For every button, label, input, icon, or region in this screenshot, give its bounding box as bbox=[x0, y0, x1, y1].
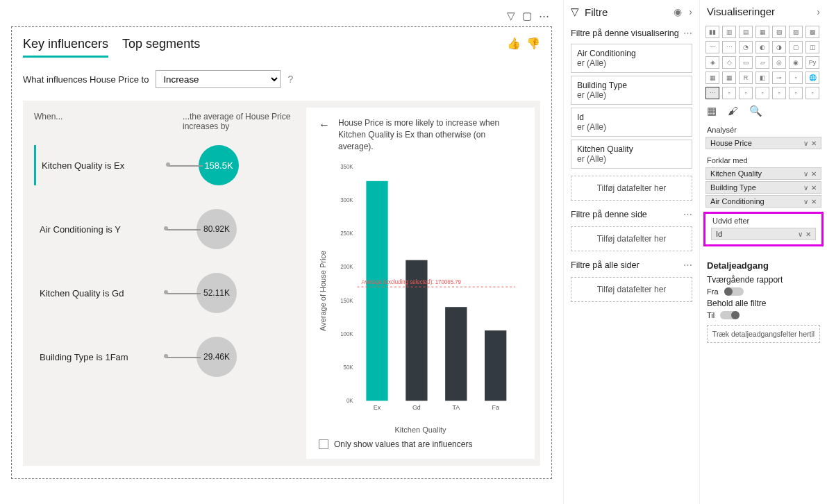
viz-type-icon[interactable]: ▢ bbox=[789, 41, 803, 53]
viz-type-icon[interactable]: ⋯ bbox=[705, 87, 719, 99]
viz-type-icon[interactable]: ◔ bbox=[739, 41, 753, 53]
section-more-icon[interactable]: ⋯ bbox=[683, 260, 692, 270]
visual-header-toolbar: ▽ ▢ ⋯ bbox=[4, 7, 559, 22]
viz-type-icon[interactable]: ▫ bbox=[789, 72, 803, 84]
influencer-bubble: 158.5K bbox=[199, 145, 239, 185]
fields-well-tab[interactable]: ▦ bbox=[707, 105, 717, 117]
viz-type-icon[interactable]: ◧ bbox=[755, 72, 769, 84]
more-options-icon[interactable]: ⋯ bbox=[539, 10, 549, 22]
thumbs-up-icon[interactable]: 👍 bbox=[507, 37, 521, 50]
viz-type-icon[interactable]: ⋯ bbox=[722, 41, 736, 53]
viz-type-icon[interactable]: ▨ bbox=[789, 26, 803, 38]
keep-filters-toggle[interactable]: Til bbox=[707, 311, 820, 319]
viz-type-icon[interactable]: ▫ bbox=[805, 87, 819, 99]
viz-type-icon[interactable]: 〰 bbox=[705, 41, 719, 53]
viz-type-icon[interactable]: ▫ bbox=[789, 87, 803, 99]
chevron-down-icon[interactable]: ∨ bbox=[803, 198, 808, 205]
toggle-switch[interactable] bbox=[720, 311, 740, 319]
viz-type-icon[interactable]: ▧ bbox=[772, 26, 786, 38]
viz-type-icon[interactable]: ▫ bbox=[739, 87, 753, 99]
influencer-row[interactable]: Kitchen Quality is Gd 52.11K bbox=[34, 273, 294, 313]
viz-type-icon[interactable]: ◎ bbox=[772, 56, 786, 69]
add-report-filter-drop[interactable]: Tilføj datafelter her bbox=[571, 277, 692, 302]
format-well-tab[interactable]: 🖌 bbox=[728, 105, 738, 117]
only-influencers-checkbox[interactable]: Only show values that are influencers bbox=[319, 439, 522, 449]
viz-type-icon[interactable]: ▮▮ bbox=[705, 26, 719, 38]
viz-type-icon[interactable]: ▫ bbox=[772, 87, 786, 99]
influencer-bubble: 80.92K bbox=[197, 209, 237, 249]
viz-type-icon[interactable]: ▱ bbox=[755, 56, 769, 69]
drillthrough-drop[interactable]: Træk detaljeadgangsfelter hertil bbox=[707, 325, 820, 343]
thumbs-down-icon[interactable]: 👎 bbox=[526, 37, 540, 50]
key-influencers-visual[interactable]: Key influencers Top segments 👍 👎 What in… bbox=[11, 26, 552, 479]
filter-card[interactable]: Building Type er (Alle) bbox=[571, 76, 692, 105]
viz-type-icon[interactable]: ▤ bbox=[739, 26, 753, 38]
field-pill[interactable]: House Price ∨ ✕ bbox=[705, 137, 821, 149]
field-pill[interactable]: Id ∨ ✕ bbox=[711, 228, 816, 240]
viz-type-icon[interactable]: R bbox=[739, 72, 753, 84]
filter-icon[interactable]: ▽ bbox=[507, 10, 515, 22]
tab-key-influencers[interactable]: Key influencers bbox=[23, 37, 108, 58]
filters-title: Filtre bbox=[585, 6, 608, 18]
cross-report-toggle[interactable]: Fra bbox=[707, 287, 820, 296]
chevron-right-icon[interactable]: › bbox=[817, 6, 820, 17]
eye-icon[interactable]: ◉ bbox=[674, 6, 682, 17]
filter-field-value: er (Alle) bbox=[577, 154, 686, 164]
tab-top-segments[interactable]: Top segments bbox=[122, 37, 200, 58]
viz-type-icon[interactable]: Py bbox=[805, 56, 819, 69]
remove-field-icon[interactable]: ✕ bbox=[805, 230, 811, 238]
chevron-down-icon[interactable]: ∨ bbox=[798, 230, 803, 238]
influencer-row[interactable]: Kitchen Quality is Ex 158.5K bbox=[34, 145, 294, 185]
field-name: Kitchen Quality bbox=[710, 169, 762, 178]
filter-card[interactable]: Id er (Alle) bbox=[571, 108, 692, 137]
bar-chart[interactable]: 0K50K100K150K200K250K300K350KExGdTAFaAve… bbox=[330, 159, 522, 423]
viz-type-icon[interactable]: ▩ bbox=[805, 26, 819, 38]
chevron-down-icon[interactable]: ∨ bbox=[803, 184, 808, 192]
chevron-right-icon[interactable]: › bbox=[689, 6, 692, 17]
filter-card[interactable]: Kitchen Quality er (Alle) bbox=[571, 140, 692, 169]
influence-question: What influences House Price to IncreaseD… bbox=[23, 70, 540, 88]
keep-filters-label: Behold alle filtre bbox=[707, 299, 820, 308]
viz-type-icon[interactable]: ▫ bbox=[755, 87, 769, 99]
remove-field-icon[interactable]: ✕ bbox=[811, 184, 817, 192]
viz-type-icon[interactable]: ◫ bbox=[805, 41, 819, 53]
viz-type-icon[interactable]: ▦ bbox=[722, 72, 736, 84]
viz-type-icon[interactable]: ▦ bbox=[755, 26, 769, 38]
section-more-icon[interactable]: ⋯ bbox=[683, 209, 692, 219]
viz-type-icon[interactable]: ◐ bbox=[755, 41, 769, 53]
add-page-filter-drop[interactable]: Tilføj datafelter her bbox=[571, 226, 692, 251]
viz-type-icon[interactable]: ⊸ bbox=[772, 72, 786, 84]
filter-pane-icon: ▽ bbox=[571, 6, 579, 18]
checkbox-icon[interactable] bbox=[319, 439, 328, 449]
viz-type-icon[interactable]: ▥ bbox=[722, 26, 736, 38]
focus-mode-icon[interactable]: ▢ bbox=[522, 10, 532, 22]
viz-type-icon[interactable]: ◈ bbox=[705, 56, 719, 69]
viz-type-icon[interactable]: ▭ bbox=[739, 56, 753, 69]
viz-type-icon[interactable]: ◉ bbox=[789, 56, 803, 69]
add-visual-filter-drop[interactable]: Tilføj datafelter her bbox=[571, 176, 692, 201]
field-pill[interactable]: Air Conditioning ∨ ✕ bbox=[705, 195, 821, 208]
chevron-down-icon[interactable]: ∨ bbox=[803, 170, 808, 178]
field-pill[interactable]: Kitchen Quality ∨ ✕ bbox=[705, 167, 821, 180]
filter-card[interactable]: Air Conditioning er (Alle) bbox=[571, 44, 692, 73]
remove-field-icon[interactable]: ✕ bbox=[811, 198, 817, 205]
viz-type-icon[interactable]: 🌐 bbox=[805, 72, 819, 84]
remove-field-icon[interactable]: ✕ bbox=[811, 170, 817, 178]
direction-select[interactable]: IncreaseDecrease bbox=[156, 70, 281, 88]
field-pill[interactable]: Building Type ∨ ✕ bbox=[705, 181, 821, 194]
influencer-row[interactable]: Air Conditioning is Y 80.92K bbox=[34, 209, 294, 249]
toggle-switch[interactable] bbox=[724, 287, 744, 296]
help-icon[interactable]: ? bbox=[287, 74, 293, 85]
svg-text:50K: 50K bbox=[344, 364, 354, 371]
analytics-well-tab[interactable]: 🔍 bbox=[749, 105, 762, 117]
chevron-down-icon[interactable]: ∨ bbox=[803, 140, 808, 147]
svg-text:Gd: Gd bbox=[412, 404, 421, 411]
viz-type-icon[interactable]: ▫ bbox=[722, 87, 736, 99]
section-more-icon[interactable]: ⋯ bbox=[683, 28, 692, 38]
influencer-row[interactable]: Building Type is 1Fam 29.46K bbox=[34, 337, 294, 377]
viz-type-icon[interactable]: ▦ bbox=[705, 72, 719, 84]
viz-type-icon[interactable]: ◑ bbox=[772, 41, 786, 53]
back-arrow-icon[interactable]: ← bbox=[319, 117, 330, 152]
remove-field-icon[interactable]: ✕ bbox=[811, 140, 817, 147]
viz-type-icon[interactable]: ◇ bbox=[722, 56, 736, 69]
